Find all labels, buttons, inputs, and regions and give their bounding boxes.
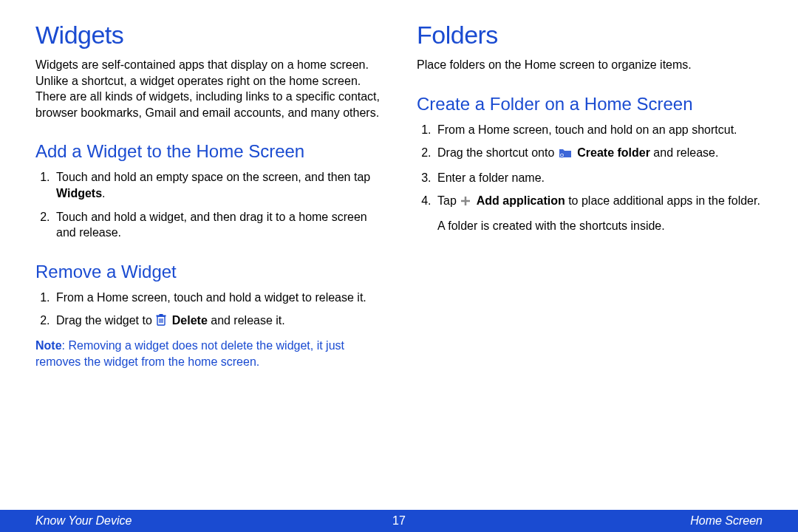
- add-widget-steps: Touch and hold an empty space on the scr…: [35, 169, 381, 240]
- plus-icon: [460, 194, 471, 211]
- create-folder-heading: Create a Folder on a Home Screen: [417, 94, 763, 115]
- list-item: From a Home screen, touch and hold a wid…: [53, 290, 381, 306]
- text: and release.: [650, 146, 719, 159]
- create-folder-steps: From a Home screen, touch and hold on an…: [417, 122, 763, 211]
- list-item: From a Home screen, touch and hold on an…: [434, 122, 763, 138]
- footer-left: Know Your Device: [35, 514, 132, 528]
- bold-text: Add application: [477, 194, 565, 207]
- list-item: Touch and hold an empty space on the scr…: [53, 169, 381, 201]
- remove-widget-steps: From a Home screen, touch and hold a wid…: [35, 290, 381, 330]
- text: to place additional apps in the folder.: [565, 194, 760, 207]
- text: Drag the widget to: [56, 314, 155, 327]
- text: Touch and hold an empty space on the scr…: [56, 171, 370, 183]
- list-item: Drag the widget to Delete and release it…: [53, 313, 381, 330]
- list-item: Touch and hold a widget, and then drag i…: [53, 209, 381, 241]
- page-number: 17: [392, 514, 406, 528]
- bold-text: Widgets: [56, 187, 102, 200]
- note-label: Note: [35, 339, 62, 352]
- list-item: Enter a folder name.: [434, 170, 763, 186]
- note-text: : Removing a widget does not delete the …: [35, 339, 344, 368]
- widgets-heading: Widgets: [35, 21, 381, 50]
- list-item: Tap Add application to place additional …: [434, 193, 763, 211]
- footer-right: Home Screen: [690, 514, 763, 528]
- folders-heading: Folders: [417, 21, 763, 50]
- create-folder-icon: [559, 146, 572, 163]
- remove-widget-note: Note: Removing a widget does not delete …: [35, 338, 381, 369]
- bold-text: Create folder: [577, 146, 650, 159]
- page-body: Widgets Widgets are self-contained apps …: [0, 0, 798, 510]
- text: Tap: [437, 194, 460, 207]
- text: .: [102, 187, 105, 200]
- bold-text: Delete: [172, 314, 208, 327]
- add-widget-heading: Add a Widget to the Home Screen: [35, 141, 381, 162]
- widgets-intro: Widgets are self-contained apps that dis…: [35, 57, 381, 120]
- folders-intro: Place folders on the Home screen to orga…: [417, 57, 763, 73]
- right-column: Folders Place folders on the Home screen…: [417, 21, 763, 510]
- svg-rect-2: [160, 314, 163, 316]
- delete-icon: [156, 314, 166, 330]
- left-column: Widgets Widgets are self-contained apps …: [35, 21, 381, 510]
- page-footer: Know Your Device 17 Home Screen: [0, 510, 798, 532]
- create-folder-tail: A folder is created with the shortcuts i…: [437, 218, 763, 234]
- list-item: Drag the shortcut onto Create folder and…: [434, 145, 763, 163]
- text: and release it.: [208, 314, 285, 327]
- remove-widget-heading: Remove a Widget: [35, 262, 381, 282]
- text: Drag the shortcut onto: [437, 146, 558, 159]
